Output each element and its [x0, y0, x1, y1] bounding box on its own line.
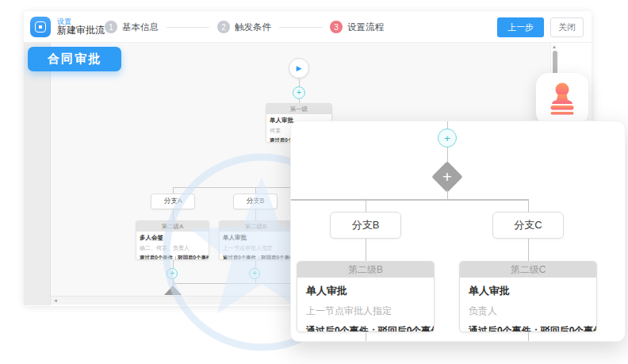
connector-line: [366, 239, 367, 261]
connector-line: [255, 209, 256, 220]
add-branch-diamond-button[interactable]: +: [436, 166, 458, 188]
page-title: 新建审批流: [57, 25, 105, 36]
add-node-button[interactable]: +: [438, 128, 457, 148]
window-topbar: 设置 新建审批流 1 基本信息 2 触发条件 3 设置流程: [24, 11, 592, 43]
connector-line: [528, 239, 530, 261]
connector-line: [447, 190, 449, 199]
add-node-button[interactable]: +: [249, 268, 260, 279]
add-node-button[interactable]: +: [293, 86, 305, 99]
settings-app-icon: [30, 17, 51, 37]
plus-icon: +: [444, 132, 450, 144]
branch-b-button[interactable]: 分支B: [330, 212, 401, 239]
connector-line: [255, 260, 256, 268]
step-trigger-condition[interactable]: 2 触发条件: [217, 21, 271, 33]
plus-icon: +: [297, 88, 301, 97]
app-block: 设置 新建审批流: [30, 17, 105, 37]
previous-step-button[interactable]: 上一步: [497, 17, 544, 37]
connector-line: [173, 260, 174, 268]
play-icon: ▶: [297, 64, 302, 72]
connector-line: [366, 199, 367, 212]
add-node-button[interactable]: +: [167, 268, 178, 279]
plus-icon: +: [436, 166, 458, 188]
connector-line: [173, 209, 174, 220]
step-3-circle: 3: [330, 21, 343, 33]
branch-a-button[interactable]: 分支A: [151, 193, 195, 209]
stamp-icon: [546, 82, 578, 116]
branch-connector-line: [291, 199, 528, 201]
scroll-left-icon[interactable]: ◄: [53, 298, 58, 303]
step-basic-info[interactable]: 1 基本信息: [105, 21, 159, 33]
step-2-circle: 2: [217, 21, 230, 33]
node-level2a[interactable]: 第二级A 多人会签 杨二、何某、负责人 通过后0个事件；驳回后0个事件: [136, 220, 209, 260]
node-level2c-zoomed[interactable]: 第二级C 单人审批 负责人 通过后0个事件；驳回后0个事件: [459, 261, 597, 332]
step-1-circle: 1: [105, 21, 117, 33]
plus-icon: +: [170, 269, 174, 278]
connector-line: [447, 121, 449, 128]
branch-c-button[interactable]: 分支C: [492, 212, 564, 239]
connector-line: [528, 332, 530, 342]
step-divider: [279, 27, 322, 28]
zoomed-flow-panel: + + 分支B 分支C 第二级B 单人审批 上一节点审批人指定 通过后0个事件；…: [290, 121, 626, 342]
connector-line: [299, 79, 300, 86]
contract-approval-tag: 合同审批: [28, 47, 121, 71]
screen: 设置 新建审批流 1 基本信息 2 触发条件 3 设置流程: [0, 0, 628, 364]
step-set-process[interactable]: 3 设置流程: [330, 21, 384, 33]
stamp-card: [536, 73, 588, 125]
connector-line: [528, 199, 530, 212]
connector-line: [366, 332, 367, 342]
node-level2b[interactable]: 第二级B 单人审批 上一节点审批人指定 通过后0个事件；驳回后0个事件: [219, 220, 293, 260]
node-level2b-zoomed[interactable]: 第二级B 单人审批 上一节点审批人指定 通过后0个事件；驳回后0个事件: [297, 261, 435, 332]
connector-line: [173, 187, 174, 193]
flow-start-node[interactable]: ▶: [289, 58, 309, 79]
canvas-left-gutter: [24, 43, 51, 305]
branch-b-button[interactable]: 分支B: [233, 193, 278, 209]
step-divider: [167, 27, 209, 28]
merge-triangle-icon: [164, 285, 182, 295]
scroll-up-icon[interactable]: ▲: [552, 44, 557, 49]
connector-line: [255, 187, 256, 193]
wizard-stepper: 1 基本信息 2 触发条件 3 设置流程: [105, 11, 384, 43]
close-button[interactable]: 关闭: [550, 17, 584, 37]
plus-icon: +: [252, 269, 257, 278]
